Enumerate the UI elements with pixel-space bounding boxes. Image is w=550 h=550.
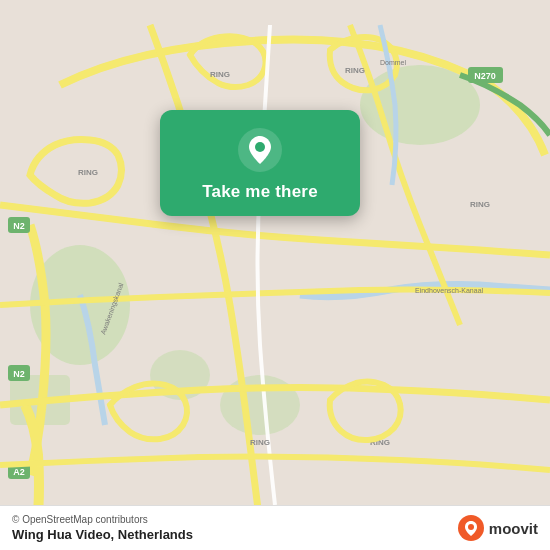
moovit-icon [457, 514, 485, 542]
svg-text:RING: RING [250, 438, 270, 447]
svg-text:N2: N2 [13, 221, 25, 231]
svg-text:N270: N270 [474, 71, 496, 81]
svg-text:Eindhovensch-Kanaal: Eindhovensch-Kanaal [415, 287, 484, 294]
take-me-there-label: Take me there [202, 182, 318, 202]
svg-text:RING: RING [78, 168, 98, 177]
location-pin-icon [238, 128, 282, 172]
svg-text:RING: RING [345, 66, 365, 75]
svg-point-26 [468, 524, 474, 530]
svg-point-3 [220, 375, 300, 435]
moovit-logo: moovit [457, 514, 538, 542]
navigate-popup[interactable]: Take me there [160, 110, 360, 216]
map-container: N270 N2 N2 A2 RING RING RING RING RING R… [0, 0, 550, 550]
bottom-left: © OpenStreetMap contributors Wing Hua Vi… [12, 514, 193, 542]
place-name: Wing Hua Video, Netherlands [12, 527, 193, 542]
moovit-text: moovit [489, 520, 538, 537]
map-svg: N270 N2 N2 A2 RING RING RING RING RING R… [0, 0, 550, 550]
svg-text:RING: RING [210, 70, 230, 79]
svg-text:A2: A2 [13, 467, 25, 477]
svg-text:Dommel: Dommel [380, 59, 407, 66]
svg-text:N2: N2 [13, 369, 25, 379]
svg-point-24 [255, 142, 265, 152]
bottom-bar: © OpenStreetMap contributors Wing Hua Vi… [0, 505, 550, 550]
svg-text:RING: RING [470, 200, 490, 209]
osm-credit: © OpenStreetMap contributors [12, 514, 193, 525]
